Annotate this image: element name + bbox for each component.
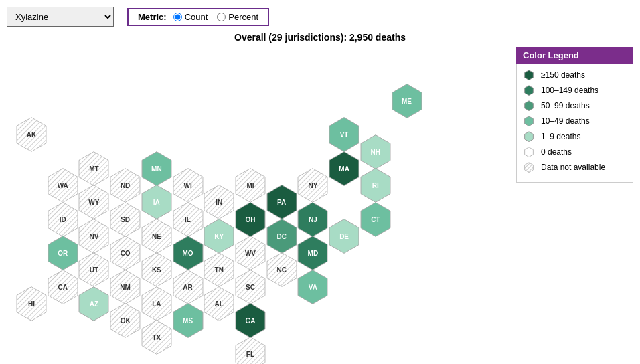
svg-marker-33 <box>298 202 327 236</box>
hex-state-ct[interactable]: CT <box>357 199 394 240</box>
svg-marker-25 <box>110 202 140 236</box>
svg-marker-86 <box>525 147 534 157</box>
legend-item: 0 deaths <box>524 146 626 158</box>
svg-marker-9 <box>110 169 140 203</box>
svg-marker-80 <box>236 337 265 364</box>
legend-item: ≥150 deaths <box>524 69 626 81</box>
svg-marker-19 <box>392 84 422 118</box>
svg-marker-72 <box>142 286 171 321</box>
svg-marker-54 <box>79 253 108 287</box>
legend-body: ≥150 deaths100–149 deaths50–99 deaths10–… <box>516 64 633 183</box>
svg-marker-48 <box>267 219 297 253</box>
percent-radio[interactable]: Percent <box>217 12 258 22</box>
legend-hex-icon <box>524 115 536 127</box>
svg-marker-30 <box>204 185 234 219</box>
svg-marker-78 <box>142 321 171 355</box>
svg-marker-21 <box>48 202 78 236</box>
svg-marker-58 <box>142 253 171 287</box>
svg-marker-14 <box>236 169 265 203</box>
svg-marker-56 <box>110 270 140 304</box>
svg-marker-45 <box>204 219 234 253</box>
svg-marker-44 <box>173 236 203 270</box>
svg-marker-82 <box>525 86 534 96</box>
hex-state-fl[interactable]: FL <box>232 333 268 364</box>
svg-marker-83 <box>525 101 534 111</box>
drug-select[interactable]: XylazineFentanylHeroinCocaineMethampheta… <box>7 7 114 27</box>
svg-marker-31 <box>236 202 265 236</box>
count-radio[interactable]: Count <box>173 12 208 22</box>
svg-marker-23 <box>79 185 108 219</box>
svg-marker-18 <box>361 134 390 169</box>
legend-item: Data not available <box>524 161 626 173</box>
svg-marker-26 <box>142 185 171 219</box>
svg-marker-34 <box>329 152 359 186</box>
svg-marker-16 <box>298 169 327 203</box>
color-legend: Color Legend ≥150 deaths100–149 deaths50… <box>516 47 633 183</box>
legend-hex-icon <box>524 130 536 143</box>
legend-item-label: 1–9 deaths <box>541 132 580 141</box>
svg-marker-7 <box>79 152 108 186</box>
hex-state-tx[interactable]: TX <box>139 316 175 358</box>
svg-marker-73 <box>173 304 203 338</box>
legend-item-label: ≥150 deaths <box>541 70 585 80</box>
main-container: XylazineFentanylHeroinCocaineMethampheta… <box>0 0 640 364</box>
svg-marker-39 <box>79 219 108 253</box>
svg-marker-60 <box>173 270 203 304</box>
legend-hex-icon <box>524 161 536 173</box>
legend-hex-icon <box>524 84 536 96</box>
metric-radio-group: Count Percent <box>173 12 259 22</box>
hex-state-va[interactable]: VA <box>295 266 331 308</box>
hex-state-de[interactable]: DE <box>326 215 362 257</box>
svg-marker-35 <box>361 169 390 203</box>
svg-marker-41 <box>110 236 140 270</box>
svg-marker-68 <box>79 286 108 321</box>
hex-state-ak[interactable]: AK <box>13 114 50 155</box>
svg-marker-62 <box>204 253 234 287</box>
svg-marker-66 <box>267 253 297 287</box>
legend-item-label: 10–49 deaths <box>541 116 590 126</box>
svg-marker-43 <box>142 219 171 253</box>
legend-item-label: 0 deaths <box>541 147 572 157</box>
legend-item-label: Data not available <box>541 163 605 172</box>
svg-marker-75 <box>204 286 234 321</box>
legend-item: 50–99 deaths <box>524 100 626 112</box>
svg-marker-47 <box>236 236 265 270</box>
svg-marker-12 <box>173 169 203 203</box>
svg-marker-70 <box>110 304 140 338</box>
metric-box: Metric: Count Percent <box>127 8 269 26</box>
svg-marker-1 <box>17 118 46 152</box>
svg-marker-84 <box>525 116 534 126</box>
svg-marker-50 <box>329 219 359 253</box>
hex-state-me[interactable]: ME <box>389 80 425 122</box>
legend-hex-icon <box>524 146 536 158</box>
svg-marker-49 <box>298 236 327 270</box>
metric-label: Metric: <box>138 12 167 22</box>
svg-marker-10 <box>142 152 171 186</box>
svg-marker-36 <box>361 202 390 236</box>
svg-marker-76 <box>236 304 265 338</box>
legend-hex-icon <box>524 69 536 81</box>
svg-marker-52 <box>48 270 78 304</box>
svg-marker-17 <box>329 118 359 152</box>
svg-marker-64 <box>236 270 265 304</box>
svg-marker-81 <box>525 70 534 80</box>
overall-title: Overall (29 jurisdictions): 2,950 deaths <box>7 32 633 43</box>
legend-item-label: 100–149 deaths <box>541 86 598 95</box>
svg-marker-32 <box>267 185 297 219</box>
svg-marker-3 <box>17 286 46 321</box>
svg-marker-67 <box>298 270 327 304</box>
controls-row: XylazineFentanylHeroinCocaineMethampheta… <box>7 7 633 27</box>
legend-item: 10–49 deaths <box>524 115 626 127</box>
svg-marker-37 <box>48 236 78 270</box>
svg-marker-28 <box>173 202 203 236</box>
legend-title: Color Legend <box>516 47 633 64</box>
svg-marker-5 <box>48 169 78 203</box>
svg-marker-85 <box>525 132 534 142</box>
legend-item-label: 50–99 deaths <box>541 101 590 110</box>
legend-hex-icon <box>524 100 536 112</box>
legend-item: 1–9 deaths <box>524 130 626 143</box>
svg-marker-88 <box>525 163 534 173</box>
legend-item: 100–149 deaths <box>524 84 626 96</box>
